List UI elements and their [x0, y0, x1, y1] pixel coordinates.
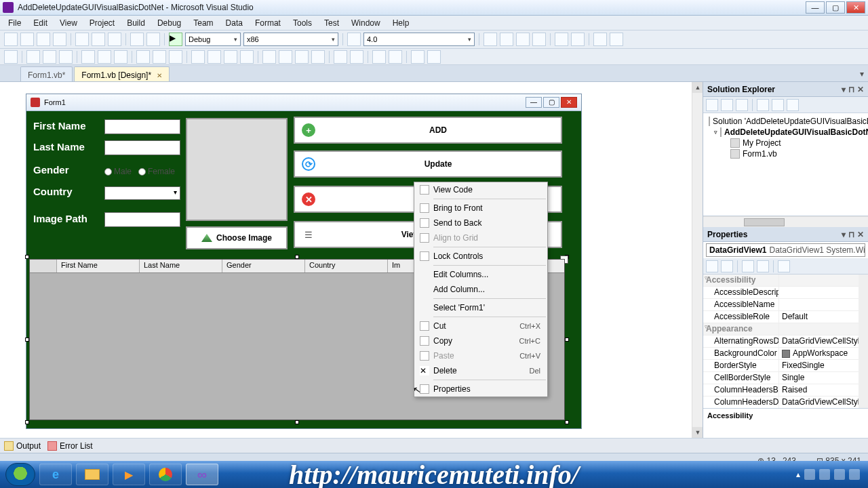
input-first-name[interactable]	[104, 119, 180, 134]
tray-icon-3[interactable]	[834, 469, 845, 480]
ctx-select-form[interactable]: Select 'Form1'	[414, 300, 547, 315]
taskbar-chrome[interactable]	[149, 464, 182, 485]
ctx-delete[interactable]: ✕DeleteDel	[414, 363, 547, 378]
input-image-path[interactable]	[104, 212, 180, 227]
properties-scrollbar[interactable]	[859, 274, 868, 408]
new-project-icon[interactable]	[4, 33, 18, 46]
solution-tree[interactable]: Solution 'AddDeleteUpdateGUIVisualBasicD…	[703, 113, 868, 216]
col-last-name[interactable]: Last Name	[140, 260, 222, 272]
hspace-rem-icon[interactable]	[240, 50, 254, 64]
ctx-add-column[interactable]: Add Column...	[414, 282, 547, 297]
same-height-icon[interactable]	[153, 50, 166, 64]
designer-surface[interactable]: Form1 — ▢ ✕ First Name Last Name Gender …	[0, 82, 703, 438]
system-tray[interactable]: ▴	[796, 469, 863, 480]
col-first-name[interactable]: First Name	[57, 260, 140, 272]
input-last-name[interactable]	[104, 140, 180, 155]
menu-build[interactable]: Build	[121, 17, 151, 29]
hspace-inc-icon[interactable]	[208, 50, 221, 64]
ctx-send-back[interactable]: Send to Back	[414, 216, 547, 230]
panel-close-icon[interactable]: ✕	[857, 85, 864, 94]
tb-icon-e[interactable]	[555, 33, 568, 46]
align-middle-icon[interactable]	[98, 50, 111, 64]
se-btn4[interactable]	[757, 99, 769, 111]
taskbar-explorer[interactable]	[76, 464, 108, 485]
se-btn6[interactable]	[787, 99, 799, 111]
vspace-dec-icon[interactable]	[295, 50, 309, 64]
se-btn2[interactable]	[721, 99, 733, 111]
maximize-button[interactable]: ▢	[826, 1, 845, 14]
menu-help[interactable]: Help	[387, 17, 415, 29]
tb-icon-f[interactable]	[571, 33, 585, 46]
menu-debug[interactable]: Debug	[152, 17, 186, 29]
tray-up-icon[interactable]: ▴	[796, 470, 800, 479]
align-left-icon[interactable]	[26, 50, 40, 64]
menu-data[interactable]: Data	[220, 17, 248, 29]
config-combo[interactable]: Debug	[185, 33, 241, 46]
tb-icon-h[interactable]	[610, 33, 623, 46]
tb-icon-b[interactable]	[500, 33, 513, 46]
undo-icon[interactable]	[130, 33, 144, 46]
tb-icon-c[interactable]	[516, 33, 530, 46]
platform-combo[interactable]: x86	[243, 33, 338, 46]
tab-close-icon[interactable]: ✕	[157, 72, 162, 79]
output-tab[interactable]: Output	[4, 441, 41, 451]
paste-icon[interactable]	[108, 33, 121, 46]
menu-edit[interactable]: Edit	[28, 17, 53, 29]
picture-box[interactable]	[186, 118, 288, 221]
save-icon[interactable]	[37, 33, 50, 46]
same-size-icon[interactable]	[169, 50, 182, 64]
menu-view[interactable]: View	[54, 17, 83, 29]
bring-front-icon[interactable]	[372, 50, 386, 64]
start-button[interactable]	[5, 463, 35, 486]
se-btn3[interactable]	[736, 99, 748, 111]
col-country[interactable]: Country	[305, 260, 388, 272]
dropdown-icon[interactable]: ▾	[842, 85, 846, 94]
hspace-eq-icon[interactable]	[191, 50, 205, 64]
find-icon[interactable]	[347, 33, 361, 46]
align-right-icon[interactable]	[59, 50, 73, 64]
radio-female[interactable]: Female	[138, 167, 175, 176]
tab-form1-code[interactable]: Form1.vb*	[20, 66, 73, 81]
align-bottom-icon[interactable]	[114, 50, 127, 64]
radio-male[interactable]: Male	[104, 167, 132, 176]
events-icon[interactable]	[757, 260, 769, 272]
vspace-rem-icon[interactable]	[311, 50, 325, 64]
menu-project[interactable]: Project	[84, 17, 120, 29]
menu-format[interactable]: Format	[250, 17, 286, 29]
close-button[interactable]: ✕	[846, 1, 865, 14]
menu-team[interactable]: Team	[188, 17, 218, 29]
tb-icon-a[interactable]	[484, 33, 497, 46]
hspace-dec-icon[interactable]	[224, 50, 237, 64]
menu-tools[interactable]: Tools	[288, 17, 317, 29]
tab-order-icon[interactable]	[411, 50, 425, 64]
dropdown-icon[interactable]: ▾	[842, 230, 846, 239]
same-width-icon[interactable]	[136, 50, 150, 64]
properties-icon[interactable]	[742, 260, 754, 272]
form-maximize-button[interactable]: ▢	[543, 97, 559, 108]
tray-icon-2[interactable]	[819, 469, 830, 480]
ctx-bring-front[interactable]: Bring to Front	[414, 201, 547, 216]
menu-test[interactable]: Test	[319, 17, 344, 29]
properties-grid[interactable]: Accessibility AccessibleDescription Acce…	[703, 274, 868, 408]
center-h-icon[interactable]	[334, 50, 347, 64]
ctx-paste[interactable]: PasteCtrl+V	[414, 348, 547, 363]
ctx-properties[interactable]: Properties	[414, 382, 547, 396]
tab-overflow-icon[interactable]: ▾	[860, 69, 864, 79]
panel-close-icon[interactable]: ✕	[857, 230, 864, 239]
menu-file[interactable]: File	[3, 17, 26, 29]
ctx-copy[interactable]: CopyCtrl+C	[414, 333, 547, 348]
ctx-cut[interactable]: CutCtrl+X	[414, 319, 547, 333]
framework-combo[interactable]: 4.0	[363, 33, 475, 46]
tray-icon-1[interactable]	[804, 469, 815, 480]
se-btn5[interactable]	[772, 99, 784, 111]
update-button[interactable]: ⟳Update	[294, 150, 562, 178]
align-top-icon[interactable]	[81, 50, 95, 64]
vspace-inc-icon[interactable]	[279, 50, 292, 64]
categorized-icon[interactable]	[706, 260, 718, 272]
ctx-lock-controls[interactable]: Lock Controls	[414, 249, 547, 264]
open-icon[interactable]	[20, 33, 34, 46]
ctx-view-code[interactable]: View Code	[414, 182, 547, 197]
pin-icon[interactable]: ⊓	[848, 230, 854, 239]
cut-icon[interactable]	[75, 33, 89, 46]
error-list-tab[interactable]: Error List	[47, 441, 93, 451]
